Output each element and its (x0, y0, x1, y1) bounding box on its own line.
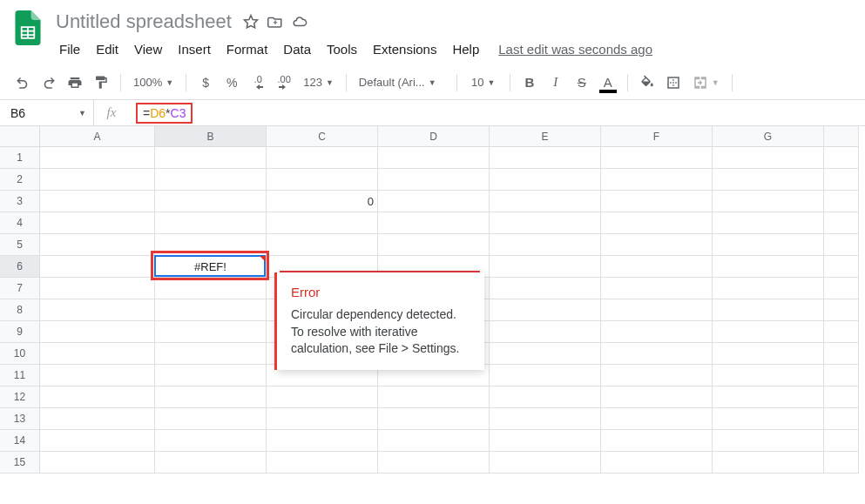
cell[interactable] (824, 386, 859, 408)
cell[interactable] (155, 365, 267, 386)
menu-view[interactable]: View (127, 38, 169, 60)
cell[interactable] (40, 256, 155, 278)
col-header-F[interactable]: F (601, 126, 713, 147)
cell[interactable] (267, 430, 378, 452)
cell[interactable] (824, 278, 859, 299)
cell[interactable] (601, 386, 713, 408)
cell[interactable] (713, 321, 824, 343)
cell[interactable] (601, 299, 713, 321)
cell[interactable] (155, 212, 267, 234)
cell[interactable] (713, 256, 824, 278)
cell[interactable] (490, 386, 601, 408)
cell[interactable] (40, 147, 155, 169)
star-icon[interactable] (242, 13, 260, 30)
cell[interactable] (267, 452, 378, 474)
row-header-11[interactable]: 11 (0, 365, 40, 386)
cell[interactable] (490, 256, 601, 278)
fill-color-button[interactable] (635, 71, 659, 95)
row-header-10[interactable]: 10 (0, 343, 40, 365)
cell[interactable] (601, 234, 713, 256)
cell[interactable] (155, 147, 267, 169)
cell[interactable] (601, 147, 713, 169)
cell[interactable] (155, 430, 267, 452)
paint-format-button[interactable] (89, 71, 113, 95)
cell[interactable] (378, 408, 490, 430)
cell[interactable] (824, 430, 859, 452)
col-header-extra[interactable] (824, 126, 859, 147)
cell[interactable] (490, 191, 601, 212)
redo-button[interactable] (37, 71, 61, 95)
cell[interactable] (40, 408, 155, 430)
row-header-15[interactable]: 15 (0, 452, 40, 474)
decrease-decimal-button[interactable]: .0 (246, 71, 270, 95)
col-header-A[interactable]: A (40, 126, 155, 147)
cell[interactable] (601, 169, 713, 191)
cell[interactable] (490, 452, 601, 474)
cell[interactable] (824, 408, 859, 430)
more-formats-dropdown[interactable]: 123▼ (298, 71, 339, 95)
select-all-corner[interactable] (0, 126, 40, 147)
menu-format[interactable]: Format (220, 38, 275, 60)
cell[interactable] (155, 191, 267, 212)
cell[interactable] (378, 191, 490, 212)
cell[interactable] (713, 147, 824, 169)
cell[interactable] (824, 321, 859, 343)
font-dropdown[interactable]: Default (Ari...▼ (354, 71, 449, 95)
row-header-5[interactable]: 5 (0, 234, 40, 256)
cell[interactable] (40, 343, 155, 365)
cell[interactable] (267, 408, 378, 430)
text-color-button[interactable]: A (596, 71, 620, 95)
cell[interactable] (713, 278, 824, 299)
cell[interactable] (601, 321, 713, 343)
cell[interactable] (155, 386, 267, 408)
cell[interactable] (155, 452, 267, 474)
cell[interactable] (40, 321, 155, 343)
cell[interactable] (601, 212, 713, 234)
cell[interactable] (824, 191, 859, 212)
cell[interactable] (824, 256, 859, 278)
cell[interactable] (378, 452, 490, 474)
menu-data[interactable]: Data (276, 38, 318, 60)
cell[interactable] (601, 256, 713, 278)
cell[interactable] (824, 452, 859, 474)
font-size-dropdown[interactable]: 10▼ (464, 71, 503, 95)
row-header-6[interactable]: 6 (0, 256, 40, 278)
cell[interactable] (713, 365, 824, 386)
cell[interactable] (378, 147, 490, 169)
row-header-8[interactable]: 8 (0, 299, 40, 321)
cell[interactable] (490, 430, 601, 452)
cell[interactable] (601, 430, 713, 452)
menu-edit[interactable]: Edit (89, 38, 125, 60)
col-header-D[interactable]: D (378, 126, 490, 147)
print-button[interactable] (63, 71, 87, 95)
cell[interactable] (378, 212, 490, 234)
cell[interactable] (155, 408, 267, 430)
menu-extensions[interactable]: Extensions (366, 38, 443, 60)
cell[interactable] (40, 169, 155, 191)
cell[interactable] (267, 147, 378, 169)
row-header-14[interactable]: 14 (0, 430, 40, 452)
merge-cells-dropdown[interactable]: ▼ (687, 71, 725, 95)
cell[interactable] (267, 212, 378, 234)
cell[interactable] (601, 278, 713, 299)
cell[interactable] (601, 408, 713, 430)
sheets-logo[interactable] (10, 10, 45, 45)
cell[interactable] (824, 365, 859, 386)
cell[interactable] (490, 299, 601, 321)
col-header-B[interactable]: B (155, 126, 267, 147)
percent-button[interactable]: % (220, 71, 244, 95)
row-header-4[interactable]: 4 (0, 212, 40, 234)
cell[interactable] (824, 299, 859, 321)
cells-grid[interactable]: 0 #REF! Error Circular dependency detect… (40, 147, 859, 474)
formula-input[interactable]: =D6*C3 (129, 103, 865, 124)
cell[interactable] (267, 386, 378, 408)
cell[interactable] (824, 147, 859, 169)
cell[interactable] (490, 278, 601, 299)
cell[interactable] (490, 343, 601, 365)
menu-help[interactable]: Help (445, 38, 486, 60)
cell[interactable] (155, 169, 267, 191)
row-header-7[interactable]: 7 (0, 278, 40, 299)
row-header-9[interactable]: 9 (0, 321, 40, 343)
cell[interactable] (601, 452, 713, 474)
italic-button[interactable]: I (544, 71, 568, 95)
